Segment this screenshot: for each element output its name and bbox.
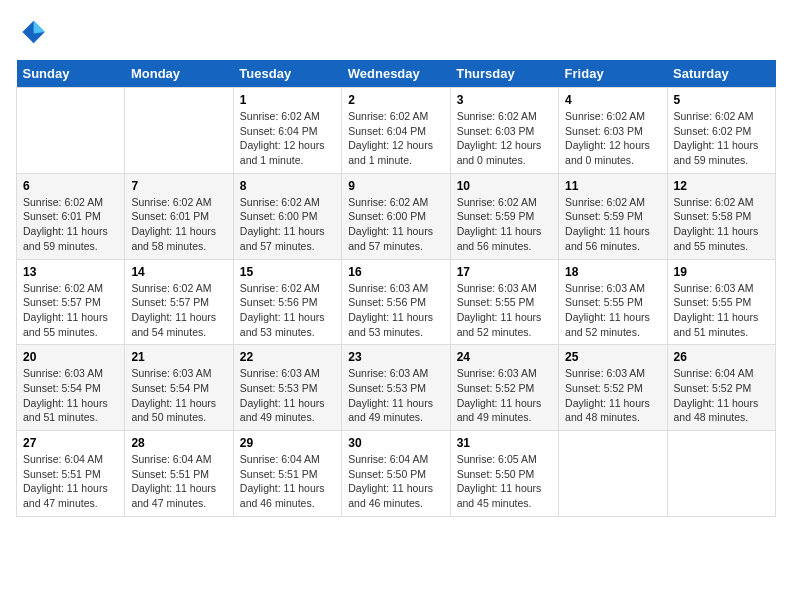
day-number: 29 <box>240 436 335 450</box>
day-info: Sunrise: 6:03 AM Sunset: 5:55 PM Dayligh… <box>457 281 552 340</box>
day-number: 30 <box>348 436 443 450</box>
day-number: 20 <box>23 350 118 364</box>
day-info: Sunrise: 6:02 AM Sunset: 6:03 PM Dayligh… <box>565 109 660 168</box>
day-number: 19 <box>674 265 769 279</box>
calendar-cell: 3Sunrise: 6:02 AM Sunset: 6:03 PM Daylig… <box>450 88 558 174</box>
calendar-cell: 14Sunrise: 6:02 AM Sunset: 5:57 PM Dayli… <box>125 259 233 345</box>
day-number: 26 <box>674 350 769 364</box>
day-info: Sunrise: 6:02 AM Sunset: 6:00 PM Dayligh… <box>240 195 335 254</box>
calendar-cell: 11Sunrise: 6:02 AM Sunset: 5:59 PM Dayli… <box>559 173 667 259</box>
page-header <box>16 16 776 48</box>
day-info: Sunrise: 6:03 AM Sunset: 5:52 PM Dayligh… <box>565 366 660 425</box>
day-number: 11 <box>565 179 660 193</box>
calendar-cell: 7Sunrise: 6:02 AM Sunset: 6:01 PM Daylig… <box>125 173 233 259</box>
day-info: Sunrise: 6:02 AM Sunset: 6:01 PM Dayligh… <box>131 195 226 254</box>
col-header-saturday: Saturday <box>667 60 775 88</box>
day-info: Sunrise: 6:02 AM Sunset: 6:04 PM Dayligh… <box>348 109 443 168</box>
day-number: 4 <box>565 93 660 107</box>
calendar-cell: 18Sunrise: 6:03 AM Sunset: 5:55 PM Dayli… <box>559 259 667 345</box>
calendar-cell <box>125 88 233 174</box>
day-number: 7 <box>131 179 226 193</box>
day-number: 24 <box>457 350 552 364</box>
day-info: Sunrise: 6:03 AM Sunset: 5:55 PM Dayligh… <box>565 281 660 340</box>
col-header-tuesday: Tuesday <box>233 60 341 88</box>
calendar-cell: 22Sunrise: 6:03 AM Sunset: 5:53 PM Dayli… <box>233 345 341 431</box>
day-info: Sunrise: 6:05 AM Sunset: 5:50 PM Dayligh… <box>457 452 552 511</box>
calendar-cell: 1Sunrise: 6:02 AM Sunset: 6:04 PM Daylig… <box>233 88 341 174</box>
calendar-cell: 19Sunrise: 6:03 AM Sunset: 5:55 PM Dayli… <box>667 259 775 345</box>
calendar-cell: 24Sunrise: 6:03 AM Sunset: 5:52 PM Dayli… <box>450 345 558 431</box>
calendar-cell <box>559 431 667 517</box>
calendar-cell: 30Sunrise: 6:04 AM Sunset: 5:50 PM Dayli… <box>342 431 450 517</box>
calendar-cell: 25Sunrise: 6:03 AM Sunset: 5:52 PM Dayli… <box>559 345 667 431</box>
day-info: Sunrise: 6:02 AM Sunset: 6:03 PM Dayligh… <box>457 109 552 168</box>
day-info: Sunrise: 6:02 AM Sunset: 5:58 PM Dayligh… <box>674 195 769 254</box>
calendar-cell: 27Sunrise: 6:04 AM Sunset: 5:51 PM Dayli… <box>17 431 125 517</box>
day-number: 27 <box>23 436 118 450</box>
day-info: Sunrise: 6:04 AM Sunset: 5:51 PM Dayligh… <box>131 452 226 511</box>
day-number: 21 <box>131 350 226 364</box>
week-row-5: 27Sunrise: 6:04 AM Sunset: 5:51 PM Dayli… <box>17 431 776 517</box>
day-info: Sunrise: 6:02 AM Sunset: 6:00 PM Dayligh… <box>348 195 443 254</box>
day-number: 25 <box>565 350 660 364</box>
day-info: Sunrise: 6:04 AM Sunset: 5:51 PM Dayligh… <box>23 452 118 511</box>
calendar-cell: 13Sunrise: 6:02 AM Sunset: 5:57 PM Dayli… <box>17 259 125 345</box>
calendar-cell: 8Sunrise: 6:02 AM Sunset: 6:00 PM Daylig… <box>233 173 341 259</box>
calendar-cell: 16Sunrise: 6:03 AM Sunset: 5:56 PM Dayli… <box>342 259 450 345</box>
day-number: 9 <box>348 179 443 193</box>
col-header-wednesday: Wednesday <box>342 60 450 88</box>
day-number: 16 <box>348 265 443 279</box>
col-header-friday: Friday <box>559 60 667 88</box>
calendar-cell: 29Sunrise: 6:04 AM Sunset: 5:51 PM Dayli… <box>233 431 341 517</box>
day-number: 14 <box>131 265 226 279</box>
day-number: 23 <box>348 350 443 364</box>
calendar-cell: 31Sunrise: 6:05 AM Sunset: 5:50 PM Dayli… <box>450 431 558 517</box>
day-info: Sunrise: 6:02 AM Sunset: 6:04 PM Dayligh… <box>240 109 335 168</box>
col-header-sunday: Sunday <box>17 60 125 88</box>
day-number: 3 <box>457 93 552 107</box>
logo <box>16 16 52 48</box>
calendar-cell: 21Sunrise: 6:03 AM Sunset: 5:54 PM Dayli… <box>125 345 233 431</box>
day-info: Sunrise: 6:02 AM Sunset: 5:56 PM Dayligh… <box>240 281 335 340</box>
calendar-cell: 26Sunrise: 6:04 AM Sunset: 5:52 PM Dayli… <box>667 345 775 431</box>
day-info: Sunrise: 6:03 AM Sunset: 5:54 PM Dayligh… <box>131 366 226 425</box>
day-info: Sunrise: 6:03 AM Sunset: 5:54 PM Dayligh… <box>23 366 118 425</box>
calendar-cell: 20Sunrise: 6:03 AM Sunset: 5:54 PM Dayli… <box>17 345 125 431</box>
week-row-4: 20Sunrise: 6:03 AM Sunset: 5:54 PM Dayli… <box>17 345 776 431</box>
day-number: 17 <box>457 265 552 279</box>
calendar-cell: 6Sunrise: 6:02 AM Sunset: 6:01 PM Daylig… <box>17 173 125 259</box>
week-row-1: 1Sunrise: 6:02 AM Sunset: 6:04 PM Daylig… <box>17 88 776 174</box>
day-number: 28 <box>131 436 226 450</box>
day-number: 12 <box>674 179 769 193</box>
day-info: Sunrise: 6:02 AM Sunset: 5:59 PM Dayligh… <box>565 195 660 254</box>
calendar-cell: 5Sunrise: 6:02 AM Sunset: 6:02 PM Daylig… <box>667 88 775 174</box>
col-header-thursday: Thursday <box>450 60 558 88</box>
week-row-3: 13Sunrise: 6:02 AM Sunset: 5:57 PM Dayli… <box>17 259 776 345</box>
col-header-monday: Monday <box>125 60 233 88</box>
day-number: 15 <box>240 265 335 279</box>
day-number: 13 <box>23 265 118 279</box>
day-info: Sunrise: 6:03 AM Sunset: 5:56 PM Dayligh… <box>348 281 443 340</box>
calendar-cell: 10Sunrise: 6:02 AM Sunset: 5:59 PM Dayli… <box>450 173 558 259</box>
logo-icon <box>16 16 48 48</box>
day-info: Sunrise: 6:04 AM Sunset: 5:51 PM Dayligh… <box>240 452 335 511</box>
day-info: Sunrise: 6:03 AM Sunset: 5:53 PM Dayligh… <box>348 366 443 425</box>
calendar-table: SundayMondayTuesdayWednesdayThursdayFrid… <box>16 60 776 517</box>
day-number: 1 <box>240 93 335 107</box>
day-info: Sunrise: 6:04 AM Sunset: 5:50 PM Dayligh… <box>348 452 443 511</box>
day-number: 31 <box>457 436 552 450</box>
calendar-cell: 9Sunrise: 6:02 AM Sunset: 6:00 PM Daylig… <box>342 173 450 259</box>
calendar-cell <box>667 431 775 517</box>
calendar-cell: 15Sunrise: 6:02 AM Sunset: 5:56 PM Dayli… <box>233 259 341 345</box>
day-number: 10 <box>457 179 552 193</box>
day-info: Sunrise: 6:02 AM Sunset: 5:57 PM Dayligh… <box>23 281 118 340</box>
day-info: Sunrise: 6:03 AM Sunset: 5:52 PM Dayligh… <box>457 366 552 425</box>
day-info: Sunrise: 6:03 AM Sunset: 5:55 PM Dayligh… <box>674 281 769 340</box>
day-info: Sunrise: 6:02 AM Sunset: 6:01 PM Dayligh… <box>23 195 118 254</box>
day-info: Sunrise: 6:02 AM Sunset: 5:59 PM Dayligh… <box>457 195 552 254</box>
calendar-cell: 23Sunrise: 6:03 AM Sunset: 5:53 PM Dayli… <box>342 345 450 431</box>
day-number: 22 <box>240 350 335 364</box>
day-number: 18 <box>565 265 660 279</box>
day-number: 6 <box>23 179 118 193</box>
calendar-cell: 4Sunrise: 6:02 AM Sunset: 6:03 PM Daylig… <box>559 88 667 174</box>
